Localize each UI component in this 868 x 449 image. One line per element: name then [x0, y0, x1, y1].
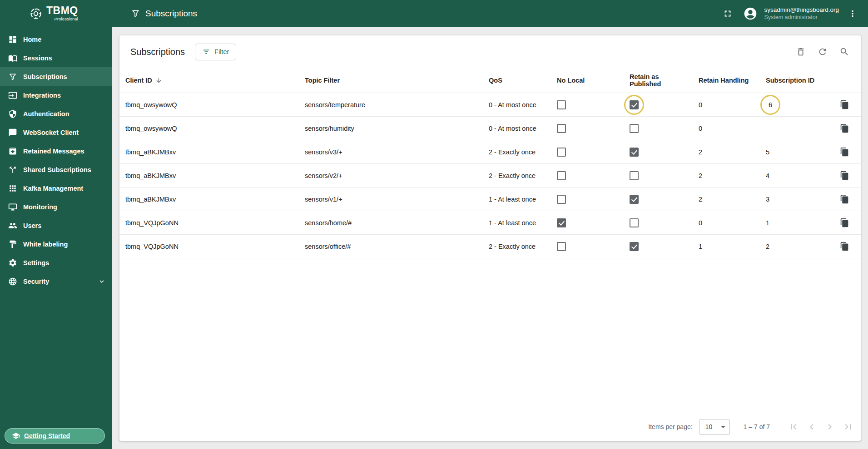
copy-button[interactable] [836, 120, 853, 137]
sidebar-item-label: Users [23, 222, 41, 229]
table-row[interactable]: tbmq_owsywowQ sensors/temperature 0 - At… [119, 93, 861, 117]
last-page-button[interactable] [839, 418, 857, 436]
retain-as-published-checkbox[interactable] [630, 148, 639, 157]
select-caret-icon [721, 426, 725, 428]
retain-as-published-checkbox[interactable] [630, 100, 639, 109]
no-local-checkbox[interactable] [557, 171, 566, 180]
copy-icon [840, 123, 849, 133]
sidebar-item-home[interactable]: Home [0, 30, 112, 49]
filter-button[interactable]: Filter [195, 44, 236, 60]
first-page-button[interactable] [784, 418, 803, 436]
previous-page-button[interactable] [803, 418, 821, 436]
no-local-checkbox[interactable] [557, 218, 566, 227]
table-row[interactable]: tbmq_owsywowQ sensors/humidity 0 - At mo… [119, 117, 861, 140]
delete-button[interactable] [792, 43, 810, 61]
retain-as-published-checkbox[interactable] [630, 124, 639, 133]
copy-icon [840, 147, 849, 157]
sidebar-item-websocket-client[interactable]: WebSocket Client [0, 123, 112, 142]
page-size-select[interactable]: 10 [699, 419, 730, 435]
cell-subscription-id: 3 [762, 196, 832, 203]
refresh-button[interactable] [813, 43, 832, 61]
integrations-icon [8, 91, 17, 100]
user-menu[interactable]: sysadmin@thingsboard.org System administ… [741, 5, 839, 23]
column-header-client-id[interactable]: Client ID [119, 77, 301, 84]
cell-retain-handling: 2 [695, 172, 762, 179]
tbmq-logo-icon [29, 7, 43, 20]
no-local-checkbox[interactable] [557, 148, 566, 157]
sidebar-item-security[interactable]: Security [0, 272, 112, 291]
column-header-retain-as-published[interactable]: Retain as Published [626, 73, 695, 88]
user-role: System administrator [764, 14, 839, 21]
first-page-icon [788, 421, 799, 432]
logo-subtitle: Professional [46, 16, 78, 21]
copy-button[interactable] [836, 238, 853, 255]
copy-icon [840, 218, 849, 227]
cell-topic-filter: sensors/v1/+ [301, 196, 485, 203]
tbmq-logo[interactable]: TBMQ Professional [0, 5, 112, 21]
sidebar-item-integrations[interactable]: Integrations [0, 86, 112, 104]
cell-subscription-id: 6 [769, 101, 772, 109]
sidebar-item-label: Authentication [23, 110, 69, 118]
column-header-subscription-id[interactable]: Subscription ID [762, 77, 832, 84]
fullscreen-button[interactable] [719, 5, 737, 23]
more-menu-button[interactable] [843, 5, 862, 23]
next-page-button[interactable] [821, 418, 839, 436]
sidebar-item-users[interactable]: Users [0, 216, 112, 235]
no-local-checkbox[interactable] [557, 100, 566, 109]
column-header-no-local[interactable]: No Local [553, 77, 626, 84]
retain-as-published-checkbox[interactable] [630, 171, 639, 180]
subscriptions-card: Subscriptions Filter [119, 35, 861, 441]
highlight-ring: 6 [760, 95, 780, 115]
copy-button[interactable] [836, 191, 853, 207]
page-size-value: 10 [705, 423, 713, 430]
no-local-checkbox[interactable] [557, 242, 566, 251]
card-header: Subscriptions Filter [119, 35, 861, 68]
search-button[interactable] [835, 43, 853, 61]
table-row[interactable]: tbmq_aBKJMBxv sensors/v2/+ 2 - Exactly o… [119, 164, 861, 187]
avatar[interactable] [741, 5, 759, 23]
retain-as-published-checkbox[interactable] [630, 242, 639, 251]
cell-topic-filter: sensors/temperature [301, 101, 485, 109]
sidebar-item-monitoring[interactable]: Monitoring [0, 197, 112, 216]
sidebar-item-white-labeling[interactable]: White labeling [0, 235, 112, 253]
no-local-checkbox[interactable] [557, 124, 566, 133]
table-row[interactable]: tbmq_aBKJMBxv sensors/v1/+ 1 - At least … [119, 187, 861, 211]
cell-qos: 1 - At least once [485, 219, 553, 227]
sidebar-item-authentication[interactable]: Authentication [0, 104, 112, 123]
column-header-qos[interactable]: QoS [485, 77, 553, 84]
copy-button[interactable] [836, 97, 853, 113]
sidebar-item-kafka-management[interactable]: Kafka Management [0, 179, 112, 197]
retained-messages-archive-icon [8, 147, 17, 156]
column-header-topic-filter[interactable]: Topic Filter [301, 77, 485, 84]
copy-button[interactable] [836, 144, 853, 160]
sidebar-item-retained-messages[interactable]: Retained Messages [0, 142, 112, 160]
items-per-page-label: Items per page: [648, 423, 692, 430]
copy-icon [840, 100, 849, 109]
retain-as-published-checkbox[interactable] [630, 195, 639, 204]
table-row[interactable]: tbmq_aBKJMBxv sensors/v3/+ 2 - Exactly o… [119, 140, 861, 164]
app-root: TBMQ Professional Subscriptions [0, 0, 868, 449]
getting-started-button[interactable]: Getting Started [5, 428, 105, 444]
sidebar-item-sessions[interactable]: Sessions [0, 49, 112, 67]
chevron-down-icon[interactable] [98, 277, 106, 286]
authentication-shield-icon [8, 109, 17, 118]
copy-button[interactable] [836, 215, 853, 231]
sidebar: Home Sessions Subscriptions Integrations… [0, 27, 112, 449]
table-row[interactable]: tbmq_VQJpGoNN sensors/office/# 2 - Exact… [119, 235, 861, 258]
sidebar-item-subscriptions[interactable]: Subscriptions [0, 67, 112, 86]
copy-icon [840, 194, 849, 204]
column-header-retain-handling[interactable]: Retain Handling [695, 77, 762, 84]
last-page-icon [843, 421, 853, 432]
cell-topic-filter: sensors/humidity [301, 125, 485, 132]
card-header-actions [792, 43, 853, 61]
no-local-checkbox[interactable] [557, 195, 566, 204]
copy-button[interactable] [836, 168, 853, 184]
monitoring-icon [8, 202, 17, 212]
table-row[interactable]: tbmq_VQJpGoNN sensors/home/# 1 - At leas… [119, 211, 861, 235]
retain-as-published-checkbox[interactable] [630, 218, 639, 227]
cell-client-id: tbmq_VQJpGoNN [119, 243, 301, 250]
getting-started-icon [12, 432, 20, 440]
sidebar-item-shared-subscriptions[interactable]: Shared Subscriptions [0, 160, 112, 179]
cell-client-id: tbmq_aBKJMBxv [119, 196, 301, 203]
sidebar-item-settings[interactable]: Settings [0, 253, 112, 272]
